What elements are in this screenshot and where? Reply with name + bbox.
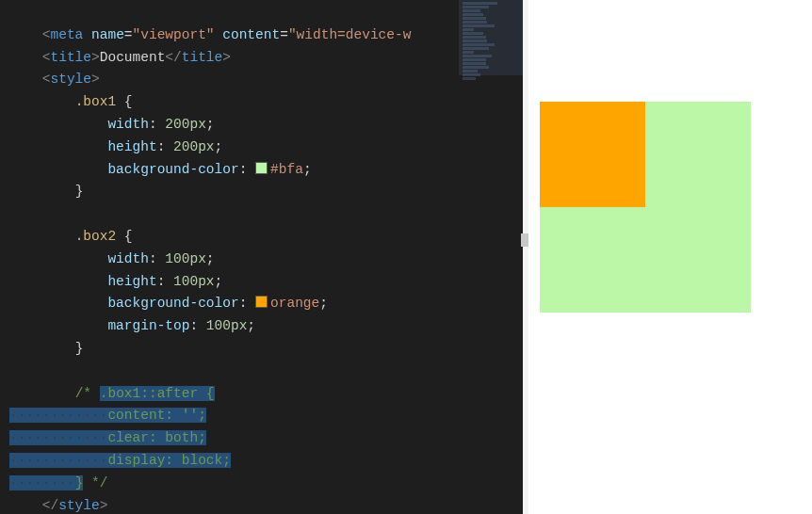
- color-swatch: [255, 162, 268, 174]
- code-line: width: 200px;: [9, 117, 215, 132]
- code-line: <style>: [9, 72, 100, 87]
- code-line: <meta name="viewport" content="width=dev…: [9, 27, 411, 42]
- browser-preview-pane: [528, 0, 812, 514]
- code-line: background-color: orange;: [9, 296, 328, 311]
- code-line: .box1 {: [9, 94, 133, 109]
- code-line: [9, 206, 18, 221]
- code-line: background-color: #bfa;: [9, 162, 312, 177]
- code-line: ············content: '';: [9, 408, 206, 423]
- code-line: ············clear: both;: [9, 430, 206, 445]
- code-editor-pane[interactable]: <meta name="viewport" content="width=dev…: [0, 0, 523, 514]
- code-line: ········} */: [9, 475, 107, 490]
- code-line: .box2 {: [9, 229, 133, 244]
- code-line: [9, 363, 18, 378]
- minimap[interactable]: [459, 0, 523, 514]
- code-line: width: 100px;: [9, 251, 215, 266]
- code-line: }: [9, 341, 83, 356]
- minimap-content: [463, 2, 521, 81]
- code-line: </style>: [9, 498, 107, 513]
- code-line: height: 200px;: [9, 139, 222, 154]
- preview-box2: [540, 102, 645, 207]
- code-line: <title>Document</title>: [9, 50, 231, 65]
- color-swatch: [255, 296, 268, 308]
- code-line: ············display: block;: [9, 453, 231, 468]
- code-line: height: 100px;: [9, 274, 222, 289]
- code-line: /* .box1::after {: [9, 386, 215, 401]
- code-line: margin-top: 100px;: [9, 318, 255, 333]
- code-area[interactable]: <meta name="viewport" content="width=dev…: [0, 0, 523, 514]
- code-line: }: [9, 184, 83, 199]
